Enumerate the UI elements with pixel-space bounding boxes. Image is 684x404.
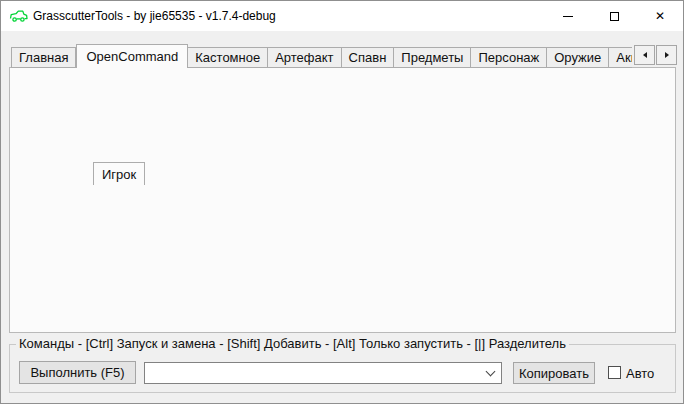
close-icon: ✕ [655,10,665,22]
tab-akkaunt[interactable]: Аккаунт [609,47,632,68]
auto-checkbox[interactable] [608,366,621,379]
tab-glavnaya[interactable]: Главная [11,47,76,68]
tab-personazh[interactable]: Персонаж [471,47,547,68]
window-title: GrasscutterTools - by jie65535 - v1.7.4-… [33,9,276,23]
tab-strip: Главная OpenCommand Кастомное Артефакт С… [11,44,632,68]
tab-predmety[interactable]: Предметы [394,47,471,68]
close-button[interactable]: ✕ [637,1,683,31]
minimize-icon [563,16,573,17]
maximize-icon [610,12,619,21]
command-input[interactable] [145,363,487,383]
minimize-button[interactable] [545,1,591,31]
chevron-down-icon [486,367,496,377]
tab-opencommand[interactable]: OpenCommand [76,44,188,68]
copy-button[interactable]: Копировать [513,362,595,384]
auto-checkbox-label: Авто [626,366,654,381]
command-combobox[interactable] [144,362,502,384]
app-window: GrasscutterTools - by jie65535 - v1.7.4-… [0,0,684,404]
app-icon [9,8,29,24]
opencommand-tabpage [9,67,676,333]
arrow-left-icon [643,52,647,58]
tab-player[interactable]: Игрок [93,162,145,185]
arrow-right-icon [665,52,669,58]
commands-group-title: Команды - [Ctrl] Запуск и замена - [Shif… [16,336,569,351]
maximize-button[interactable] [591,1,637,31]
tab-oruzhie[interactable]: Оружие [547,47,609,68]
tab-kastomnoe[interactable]: Кастомное [188,47,268,68]
tab-spavn[interactable]: Спавн [342,47,395,68]
titlebar: GrasscutterTools - by jie65535 - v1.7.4-… [1,1,683,31]
run-button[interactable]: Выполнить (F5) [19,361,136,384]
tab-artefakt[interactable]: Артефакт [268,47,341,68]
tab-scroll-left-button[interactable] [634,45,655,65]
tab-scroll-right-button[interactable] [656,45,677,65]
